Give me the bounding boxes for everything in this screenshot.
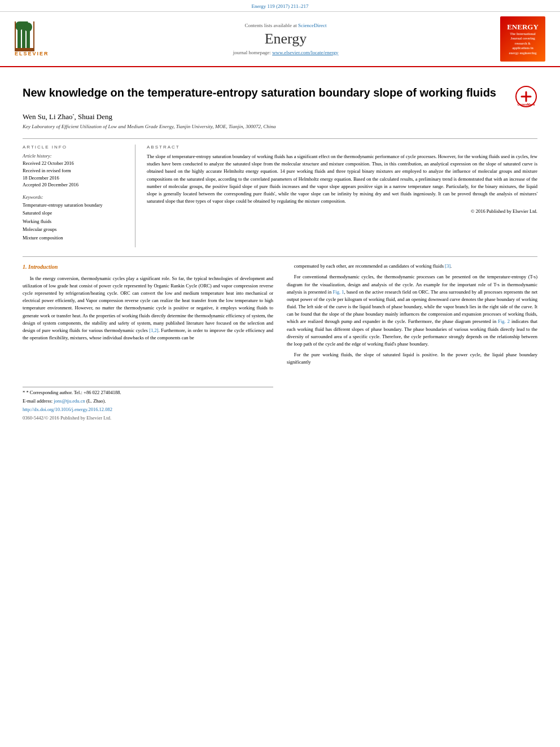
abstract-section: ABSTRACT The slope of temperature-entrop… <box>147 145 537 247</box>
keyword-2: Saturated slope <box>23 209 126 217</box>
keyword-1: Temperature-entropy saturation boundary <box>23 201 126 209</box>
energy-badge-area: ENERGY The InternationalJournal covering… <box>500 16 551 62</box>
intro-para-left: In the energy conversion, thermodynamic … <box>23 275 273 342</box>
body-left-col: 1. Introduction In the energy conversion… <box>23 263 273 423</box>
revised-label: Received in revised form <box>23 167 126 174</box>
right-para-1: compensated by each other, are recommend… <box>287 263 537 270</box>
history-label: Article history: <box>23 153 126 159</box>
email-author-note: (L. Zhao). <box>86 398 106 404</box>
svg-rect-6 <box>15 48 34 50</box>
homepage-link[interactable]: www.elsevier.com/locate/energy <box>272 50 338 55</box>
corresponding-author-note: * * Corresponding author. Tel.: +86 022 … <box>23 390 273 396</box>
journal-header: ELSEVIER Contents lists available at Sci… <box>0 12 560 67</box>
abstract-copyright: © 2016 Published by Elsevier Ltd. <box>147 208 537 214</box>
svg-text:ELSEVIER: ELSEVIER <box>15 51 49 56</box>
elsevier-tree-icon: ELSEVIER <box>15 21 65 56</box>
article-info-label: ARTICLE INFO <box>23 145 126 150</box>
keyword-3: Working fluids <box>23 217 126 225</box>
keywords-block: Keywords: Temperature-entropy saturation… <box>23 194 126 242</box>
doi-note: http://dx.doi.org/10.1016/j.energy.2016.… <box>23 407 273 413</box>
paper-content: New knowledge on the temperature-entropy… <box>0 67 560 433</box>
right-para-3: For the pure working fluids, the slope o… <box>287 351 537 366</box>
right-para-2: For conventional thermodynamic cycles, t… <box>287 273 537 348</box>
journal-homepage: journal homepage: www.elsevier.com/locat… <box>77 50 495 55</box>
journal-center: Contents lists available at ScienceDirec… <box>77 23 495 55</box>
fig1-link[interactable]: Fig. 1 <box>333 289 344 295</box>
abstract-label: ABSTRACT <box>147 145 537 150</box>
svg-text:CrossMark: CrossMark <box>517 103 535 106</box>
energy-badge: ENERGY The InternationalJournal covering… <box>500 16 545 62</box>
svg-rect-7 <box>15 21 16 50</box>
article-info-abstract-section: ARTICLE INFO Article history: Received 2… <box>23 138 537 247</box>
svg-rect-8 <box>33 21 34 50</box>
received-date: Received 22 October 2016 <box>23 160 126 167</box>
author-names: Wen Su, Li Zhao*, Shuai Deng <box>23 112 112 121</box>
section-divider <box>23 256 537 257</box>
introduction-heading: 1. Introduction <box>23 263 273 272</box>
article-info: ARTICLE INFO Article history: Received 2… <box>23 145 135 247</box>
authors: Wen Su, Li Zhao*, Shuai Deng <box>23 112 537 121</box>
badge-title: ENERGY <box>507 23 539 32</box>
fig2-link[interactable]: Fig. 2 <box>498 318 510 324</box>
keyword-5: Mixture composition <box>23 234 126 242</box>
crossmark-icon: CrossMark <box>515 85 537 108</box>
journal-citation: Energy 119 (2017) 211–217 <box>252 3 309 9</box>
paper-title-area: New knowledge on the temperature-entropy… <box>23 85 537 108</box>
badge-lines: The InternationalJournal coveringresearc… <box>509 32 537 55</box>
doi-link[interactable]: http://dx.doi.org/10.1016/j.energy.2016.… <box>23 407 112 412</box>
paper-title-text: New knowledge on the temperature-entropy… <box>23 85 515 100</box>
elsevier-logo-area: ELSEVIER <box>9 21 71 56</box>
body-section: 1. Introduction In the energy conversion… <box>23 263 537 423</box>
accepted-date: Accepted 20 December 2016 <box>23 181 126 189</box>
sciencedirect-link[interactable]: ScienceDirect <box>298 23 326 28</box>
affiliation: Key Laboratory of Efficient Utilization … <box>23 124 537 129</box>
ref-3[interactable]: [3] <box>445 263 450 269</box>
footnote-area: * * Corresponding author. Tel.: +86 022 … <box>23 387 273 422</box>
ref-1-2[interactable]: [1,2] <box>149 327 158 333</box>
contents-line: Contents lists available at ScienceDirec… <box>77 23 495 28</box>
article-history: Article history: Received 22 October 201… <box>23 153 126 189</box>
keyword-4: Molecular groups <box>23 225 126 233</box>
corresponding-author-text: * Corresponding author. Tel.: +86 022 27… <box>26 390 121 395</box>
svg-point-5 <box>24 23 32 32</box>
abstract-text: The slope of temperature-entropy saturat… <box>147 153 537 205</box>
revised-date: 18 December 2016 <box>23 174 126 182</box>
top-bar: Energy 119 (2017) 211–217 <box>0 0 560 12</box>
keywords-list: Temperature-entropy saturation boundary … <box>23 201 126 242</box>
body-right-col: compensated by each other, are recommend… <box>287 263 537 423</box>
email-note: E-mail address: jons@tju.edu.cn (L. Zhao… <box>23 398 273 405</box>
keywords-label: Keywords: <box>23 194 126 200</box>
email-label: E-mail address: <box>23 398 53 404</box>
author-email-link[interactable]: jons@tju.edu.cn <box>54 398 85 404</box>
journal-title: Energy <box>77 30 495 47</box>
issn-note: 0360-5442/© 2016 Published by Elsevier L… <box>23 415 273 422</box>
